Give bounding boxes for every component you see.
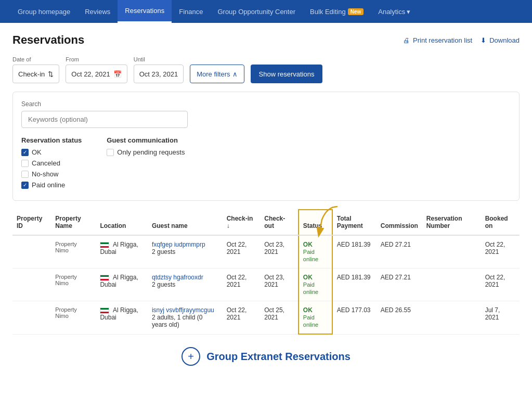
date-of-filter: Date of Check-in ⇅ (12, 56, 59, 83)
new-badge: New (348, 8, 364, 15)
guest-name-link[interactable]: fxqfgep iudpmmprp (152, 241, 205, 248)
nav-group-opportunity[interactable]: Group Opportunity Center (210, 0, 303, 23)
guest-name-link[interactable]: isnyj vsvbffjrayymcguu (152, 306, 214, 314)
cell-checkout: Oct 23, 2021 (260, 235, 299, 268)
status-value: OK (303, 241, 313, 248)
arrow-svg (296, 204, 343, 238)
cell-status: OK Paid online (299, 301, 332, 335)
col-property-id: Property ID (12, 210, 51, 235)
guest-name-link[interactable]: qtdztsy hgafrooxdr (152, 274, 203, 281)
cell-location: Al Rigga, Dubai (96, 268, 148, 301)
download-icon: ⬇ (481, 36, 486, 44)
cell-property-id (12, 268, 51, 301)
search-label: Search (21, 100, 511, 108)
status-canceled-checkbox[interactable]: Canceled (21, 159, 82, 167)
status-noshow-checkbox-box[interactable] (21, 171, 29, 178)
cell-guest-name: isnyj vsvbffjrayymcguu 2 adults, 1 child… (148, 301, 223, 335)
status-ok-checkbox[interactable]: OK (21, 148, 82, 156)
filters-row: Reservation status OK Canceled No-show P… (21, 136, 511, 192)
cell-reservation-number (422, 235, 481, 268)
col-checkin: Check-in ↓ (223, 210, 261, 235)
status-sub-value: Paid online (303, 281, 318, 295)
table-row: Property Nimo Al Rigga, Dubai fxqfgep iu… (12, 235, 520, 268)
cell-status: OK Paid online (299, 268, 332, 301)
guest-communication-title: Guest communication (107, 136, 185, 144)
page-title: Reservations (12, 33, 84, 47)
date-of-value: Check-in (18, 70, 45, 78)
status-canceled-checkbox-box[interactable] (21, 160, 29, 167)
header-actions: 🖨 Print reservation list ⬇ Download (403, 36, 520, 44)
status-noshow-label: No-show (32, 170, 58, 178)
cell-booked-on: Jul 7, 2021 (481, 301, 520, 335)
chevron-down-icon: ▾ (407, 8, 410, 16)
page-header: Reservations 🖨 Print reservation list ⬇ … (0, 23, 532, 52)
until-label: Until (134, 56, 184, 62)
arrow-annotation (296, 204, 343, 239)
status-sub-value: Paid online (303, 314, 318, 328)
cell-checkin: Oct 22, 2021 (223, 268, 261, 301)
status-sub-value: Paid online (303, 249, 318, 262)
cell-checkin: Oct 22, 2021 (223, 301, 261, 335)
until-date-input[interactable]: Oct 23, 2021 (134, 65, 184, 83)
guest-count: 2 guests (152, 281, 175, 288)
chevron-up-icon: ∧ (232, 70, 238, 78)
download-button[interactable]: ⬇ Download (481, 36, 520, 44)
filter-bar: Date of Check-in ⇅ From Oct 22, 2021 📅 U… (0, 52, 532, 92)
guest-count: 2 adults, 1 child (0 years old) (152, 314, 202, 328)
pending-requests-checkbox-box[interactable] (107, 149, 114, 156)
pending-requests-label: Only pending requests (117, 148, 185, 156)
nav-analytics[interactable]: Analytics ▾ (371, 0, 418, 23)
bottom-section: + Group Extranet Reservations (0, 335, 532, 378)
nav-reviews[interactable]: Reviews (77, 0, 118, 23)
table-header-row: Property ID Property Name Location Guest… (12, 210, 520, 235)
cell-status: OK Paid online (299, 235, 332, 268)
status-paid-online-checkbox[interactable]: Paid online (21, 181, 82, 189)
cell-total-payment: AED 181.39 (332, 268, 377, 301)
printer-icon: 🖨 (403, 36, 410, 44)
table-row: Property Nimo Al Rigga, Dubai qtdztsy hg… (12, 268, 520, 301)
col-commission: Commission (377, 210, 422, 235)
table-row: Property Nimo Al Rigga, Dubai isnyj vsvb… (12, 301, 520, 335)
guest-count: 2 guests (152, 248, 175, 255)
from-date-value: Oct 22, 2021 (71, 70, 110, 78)
cell-booked-on: Oct 22, 2021 (481, 235, 520, 268)
status-noshow-checkbox[interactable]: No-show (21, 170, 82, 178)
pending-requests-checkbox[interactable]: Only pending requests (107, 148, 185, 156)
col-booked-on: Booked on (481, 210, 520, 235)
cell-guest-name: qtdztsy hgafrooxdr 2 guests (148, 268, 223, 301)
print-button[interactable]: 🖨 Print reservation list (403, 36, 472, 44)
reservation-status-section: Reservation status OK Canceled No-show P… (21, 136, 82, 192)
from-date-input[interactable]: Oct 22, 2021 📅 (66, 65, 127, 83)
main-content: Reservations 🖨 Print reservation list ⬇ … (0, 23, 532, 397)
status-ok-checkbox-box[interactable] (21, 149, 29, 156)
status-value: OK (303, 274, 313, 281)
cell-checkout: Oct 25, 2021 (260, 301, 299, 335)
nav-bulk-editing[interactable]: Bulk Editing New (303, 0, 371, 23)
status-canceled-label: Canceled (32, 159, 60, 167)
cell-property-id (12, 235, 51, 268)
show-reservations-button[interactable]: Show reservations (251, 65, 323, 83)
bottom-text: Group Extranet Reservations (206, 351, 351, 363)
reservations-table: Property ID Property Name Location Guest… (12, 209, 520, 335)
nav-reservations[interactable]: Reservations (118, 0, 172, 23)
cell-reservation-number (422, 301, 481, 335)
nav-group-homepage[interactable]: Group homepage (10, 0, 77, 23)
status-paid-online-checkbox-box[interactable] (21, 182, 29, 189)
status-ok-label: OK (32, 148, 42, 156)
cell-property-name: Property Nimo (51, 301, 96, 335)
col-guest-name: Guest name (148, 210, 223, 235)
search-panel: Search Reservation status OK Canceled No… (12, 92, 520, 201)
navigation: Group homepage Reviews Reservations Fina… (0, 0, 532, 23)
nav-finance[interactable]: Finance (172, 0, 210, 23)
plus-circle-icon: + (181, 347, 200, 366)
cell-property-name: Property Nimo (51, 235, 96, 268)
date-of-select[interactable]: Check-in ⇅ (12, 65, 59, 83)
search-input[interactable] (21, 111, 188, 128)
reservations-table-section: Property ID Property Name Location Guest… (12, 209, 520, 335)
date-of-label: Date of (12, 56, 59, 62)
nav-analytics-label: Analytics (378, 8, 405, 16)
cell-location: Al Rigga, Dubai (96, 235, 148, 268)
more-filters-button[interactable]: More filters ∧ (190, 65, 244, 83)
from-label: From (66, 56, 127, 62)
calendar-icon: 📅 (113, 70, 122, 78)
